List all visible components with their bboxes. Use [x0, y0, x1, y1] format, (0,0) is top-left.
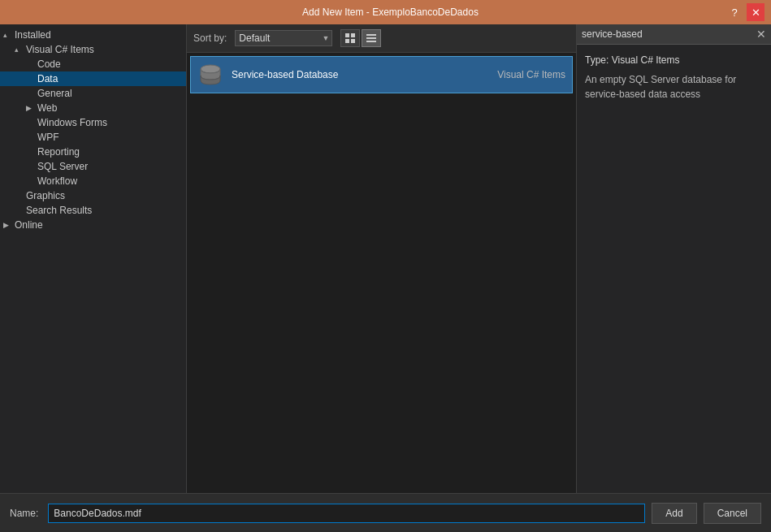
- type-label: Type:: [585, 54, 609, 66]
- right-panel: ✕ Type: Visual C# Items An empty SQL Ser…: [576, 24, 771, 493]
- bottom-bar: Name: Add Cancel: [0, 493, 771, 532]
- grid-view-button[interactable]: [340, 29, 360, 47]
- add-button[interactable]: Add: [652, 503, 696, 524]
- dialog-title: Add New Item - ExemploBancoDeDados: [55, 6, 726, 18]
- tree-item-label: SQL Server: [37, 161, 88, 172]
- sort-label: Sort by:: [193, 32, 227, 44]
- tree-item-online[interactable]: ▶Online: [0, 218, 186, 232]
- left-panel: ▴Installed▴Visual C# ItemsCodeDataGenera…: [0, 24, 187, 493]
- tree-item-label: Search Results: [26, 205, 92, 216]
- tree-item-installed[interactable]: ▴Installed: [0, 28, 186, 42]
- tree-item-label: Graphics: [26, 190, 65, 201]
- tree-item-reporting[interactable]: Reporting: [0, 145, 186, 159]
- right-info: Type: Visual C# Items An empty SQL Serve…: [577, 45, 771, 111]
- name-input[interactable]: [48, 504, 645, 523]
- tree-item-label: Visual C# Items: [26, 44, 94, 55]
- svg-rect-4: [366, 34, 376, 36]
- cancel-button[interactable]: Cancel: [704, 503, 761, 524]
- tree-arrow-icon: ▶: [3, 221, 15, 229]
- database-icon: [198, 63, 223, 87]
- tree-item-graphics[interactable]: Graphics: [0, 188, 186, 203]
- tree-item-web[interactable]: ▶Web: [0, 101, 186, 115]
- tree-item-label: Web: [37, 102, 57, 114]
- tree-item-wpf[interactable]: WPF: [0, 130, 186, 145]
- item-icon: [197, 62, 223, 88]
- tree-item-search-results[interactable]: Search Results: [0, 203, 186, 218]
- tree-item-label: Installed: [15, 29, 51, 41]
- tree-item-label: Reporting: [37, 146, 80, 158]
- tree-item-label: Online: [15, 219, 43, 231]
- right-search-input[interactable]: [582, 28, 753, 40]
- grid-icon: [344, 32, 356, 44]
- tree-item-label: Code: [37, 58, 61, 70]
- item-row[interactable]: Service-based Database Visual C# Items: [190, 56, 573, 93]
- right-info-description: An empty SQL Server database for service…: [585, 72, 763, 102]
- tree-item-label: Workflow: [37, 175, 77, 187]
- view-buttons: [340, 29, 381, 47]
- tree-arrow-icon: ▴: [3, 31, 15, 39]
- sort-bar: Sort by: Default Name Type ▼: [187, 24, 576, 53]
- list-icon: [366, 32, 377, 44]
- item-category: Visual C# Items: [497, 69, 565, 80]
- tree-item-code[interactable]: Code: [0, 57, 186, 71]
- dialog-content: ▴Installed▴Visual C# ItemsCodeDataGenera…: [0, 24, 771, 493]
- tree-item-data[interactable]: Data: [0, 71, 186, 86]
- tree-item-label: Data: [37, 73, 58, 84]
- help-button[interactable]: ?: [726, 3, 743, 21]
- title-bar-buttons: ? ✕: [726, 3, 765, 21]
- svg-rect-5: [366, 37, 376, 39]
- title-bar: Add New Item - ExemploBancoDeDados ? ✕: [0, 0, 771, 24]
- svg-rect-2: [345, 39, 349, 43]
- item-name: Service-based Database: [232, 69, 489, 80]
- tree-item-visual-c#-items[interactable]: ▴Visual C# Items: [0, 42, 186, 57]
- right-search-bar: ✕: [577, 24, 771, 45]
- sort-select[interactable]: Default Name Type: [235, 30, 332, 46]
- svg-rect-1: [351, 33, 355, 37]
- tree-item-label: WPF: [37, 132, 59, 143]
- name-label: Name:: [10, 508, 38, 519]
- tree-arrow-icon: ▶: [26, 104, 37, 112]
- center-panel: Sort by: Default Name Type ▼: [187, 24, 576, 493]
- tree-item-label: General: [37, 88, 72, 99]
- tree-arrow-icon: ▴: [15, 45, 26, 54]
- svg-rect-3: [351, 39, 355, 43]
- sort-select-wrapper: Default Name Type ▼: [235, 30, 332, 46]
- items-list: Service-based Database Visual C# Items: [187, 53, 576, 493]
- right-info-type: Type: Visual C# Items: [585, 54, 763, 66]
- right-search-clear-button[interactable]: ✕: [756, 28, 766, 41]
- svg-rect-6: [366, 41, 376, 42]
- tree-item-general[interactable]: General: [0, 86, 186, 101]
- type-value: Visual C# Items: [612, 54, 680, 66]
- svg-rect-0: [345, 33, 349, 37]
- tree-item-windows-forms[interactable]: Windows Forms: [0, 115, 186, 130]
- list-view-button[interactable]: [362, 29, 381, 47]
- close-button[interactable]: ✕: [747, 3, 765, 21]
- tree-item-workflow[interactable]: Workflow: [0, 174, 186, 188]
- tree-item-sql-server[interactable]: SQL Server: [0, 159, 186, 174]
- tree-item-label: Windows Forms: [37, 117, 107, 128]
